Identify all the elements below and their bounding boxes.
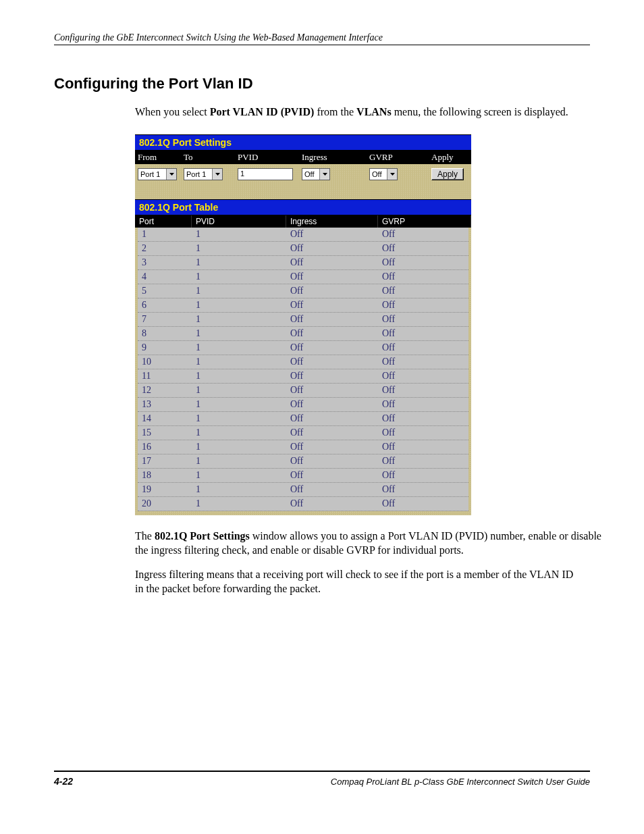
cell-ingress: Off bbox=[286, 440, 378, 454]
cell-gvrp: Off bbox=[378, 483, 468, 496]
cell-port: 10 bbox=[138, 355, 192, 369]
cell-pvid: 1 bbox=[192, 327, 286, 340]
table-header-row: Port PVID Ingress GVRP bbox=[135, 215, 471, 228]
intro-bold-pvid: Port VLAN ID (PVID) bbox=[210, 106, 315, 118]
cell-gvrp: Off bbox=[378, 298, 468, 312]
cell-gvrp: Off bbox=[378, 454, 468, 468]
cell-port: 20 bbox=[138, 497, 192, 511]
hdr-apply: Apply bbox=[429, 151, 471, 164]
cell-port: 8 bbox=[138, 327, 192, 340]
cell-ingress: Off bbox=[286, 270, 378, 284]
cell-gvrp: Off bbox=[378, 256, 468, 269]
cell-port: 17 bbox=[138, 454, 192, 468]
cell-ingress: Off bbox=[286, 242, 378, 255]
cell-pvid: 1 bbox=[192, 242, 286, 255]
intro-pre: When you select bbox=[135, 106, 210, 118]
cell-port: 4 bbox=[138, 270, 192, 284]
cell-ingress: Off bbox=[286, 412, 378, 425]
cell-pvid: 1 bbox=[192, 369, 286, 383]
cell-ingress: Off bbox=[286, 298, 378, 312]
cell-ingress: Off bbox=[286, 313, 378, 326]
cell-gvrp: Off bbox=[378, 369, 468, 383]
ingress-select-value: Off bbox=[304, 170, 314, 178]
svg-marker-0 bbox=[169, 173, 174, 176]
screenshot-panel: 802.1Q Port Settings From To PVID Ingres… bbox=[135, 134, 471, 515]
pvid-input[interactable]: 1 bbox=[238, 168, 293, 180]
cell-port: 11 bbox=[138, 369, 192, 383]
cell-port: 6 bbox=[138, 298, 192, 312]
cell-pvid: 1 bbox=[192, 483, 286, 496]
intro-paragraph: When you select Port VLAN ID (PVID) from… bbox=[135, 105, 583, 120]
cell-pvid: 1 bbox=[192, 497, 286, 511]
para2-pre: The bbox=[135, 530, 155, 542]
hdr-pvid: PVID bbox=[235, 151, 299, 164]
cell-gvrp: Off bbox=[378, 355, 468, 369]
cell-ingress: Off bbox=[286, 369, 378, 383]
ingress-select[interactable]: Off bbox=[302, 168, 330, 180]
th-gvrp: GVRP bbox=[378, 215, 471, 228]
table-row: 11OffOff bbox=[138, 228, 468, 242]
cell-pvid: 1 bbox=[192, 270, 286, 284]
cell-ingress: Off bbox=[286, 256, 378, 269]
to-select[interactable]: Port 1 bbox=[184, 168, 223, 180]
cell-ingress: Off bbox=[286, 341, 378, 355]
cell-pvid: 1 bbox=[192, 341, 286, 355]
table-row: 191OffOff bbox=[138, 483, 468, 497]
cell-ingress: Off bbox=[286, 426, 378, 440]
running-header: Configuring the GbE Interconnect Switch … bbox=[54, 32, 590, 45]
page-footer: 4-22 Compaq ProLiant BL p-Class GbE Inte… bbox=[54, 771, 590, 787]
cell-pvid: 1 bbox=[192, 469, 286, 482]
cell-port: 5 bbox=[138, 284, 192, 298]
cell-pvid: 1 bbox=[192, 454, 286, 468]
intro-mid: from the bbox=[314, 106, 356, 118]
cell-pvid: 1 bbox=[192, 426, 286, 440]
cell-gvrp: Off bbox=[378, 398, 468, 411]
cell-gvrp: Off bbox=[378, 426, 468, 440]
settings-controls-row: Port 1 Port 1 1 Off bbox=[135, 164, 471, 184]
gvrp-select[interactable]: Off bbox=[369, 168, 398, 180]
table-row: 91OffOff bbox=[138, 341, 468, 355]
table-row: 121OffOff bbox=[138, 384, 468, 398]
table-row: 21OffOff bbox=[138, 242, 468, 256]
hdr-ingress: Ingress bbox=[299, 151, 367, 164]
cell-gvrp: Off bbox=[378, 341, 468, 355]
cell-pvid: 1 bbox=[192, 412, 286, 425]
cell-port: 15 bbox=[138, 426, 192, 440]
cell-ingress: Off bbox=[286, 284, 378, 298]
table-row: 51OffOff bbox=[138, 284, 468, 298]
table-row: 151OffOff bbox=[138, 426, 468, 440]
table-row: 141OffOff bbox=[138, 412, 468, 426]
from-select[interactable]: Port 1 bbox=[138, 168, 177, 180]
th-pvid: PVID bbox=[192, 215, 286, 228]
cell-gvrp: Off bbox=[378, 242, 468, 255]
svg-marker-2 bbox=[323, 173, 327, 176]
apply-button[interactable]: Apply bbox=[431, 168, 464, 180]
cell-gvrp: Off bbox=[378, 327, 468, 340]
cell-ingress: Off bbox=[286, 228, 378, 241]
chevron-down-icon bbox=[319, 169, 329, 180]
table-row: 31OffOff bbox=[138, 256, 468, 270]
cell-gvrp: Off bbox=[378, 270, 468, 284]
settings-header-row: From To PVID Ingress GVRP Apply bbox=[135, 151, 471, 164]
gvrp-select-value: Off bbox=[372, 170, 381, 178]
table-row: 161OffOff bbox=[138, 440, 468, 454]
cell-pvid: 1 bbox=[192, 384, 286, 397]
cell-port: 14 bbox=[138, 412, 192, 425]
cell-port: 19 bbox=[138, 483, 192, 496]
table-row: 81OffOff bbox=[138, 327, 468, 341]
cell-ingress: Off bbox=[286, 384, 378, 397]
svg-marker-1 bbox=[215, 173, 220, 176]
cell-gvrp: Off bbox=[378, 228, 468, 241]
cell-pvid: 1 bbox=[192, 284, 286, 298]
paragraph-settings-desc: The 802.1Q Port Settings window allows y… bbox=[135, 529, 603, 558]
paragraph-ingress-desc: Ingress filtering means that a receiving… bbox=[135, 567, 583, 596]
from-select-value: Port 1 bbox=[140, 170, 160, 178]
svg-marker-3 bbox=[390, 173, 395, 176]
cell-port: 13 bbox=[138, 398, 192, 411]
hdr-to: To bbox=[181, 151, 235, 164]
cell-ingress: Off bbox=[286, 469, 378, 482]
cell-port: 3 bbox=[138, 256, 192, 269]
cell-port: 12 bbox=[138, 384, 192, 397]
cell-pvid: 1 bbox=[192, 355, 286, 369]
cell-port: 18 bbox=[138, 469, 192, 482]
